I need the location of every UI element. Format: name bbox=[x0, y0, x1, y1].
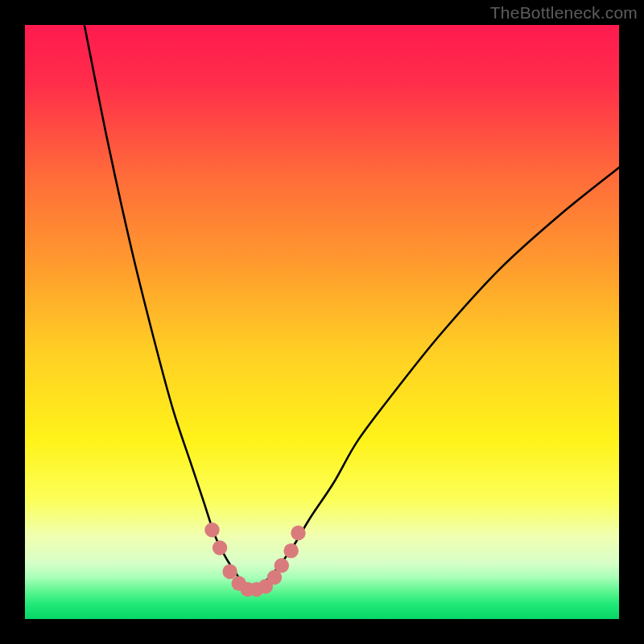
dip-marker bbox=[283, 543, 298, 558]
dip-marker bbox=[213, 540, 227, 555]
dip-marker-group bbox=[204, 522, 305, 597]
bottleneck-curve bbox=[85, 25, 619, 589]
curve-layer bbox=[25, 25, 619, 619]
dip-marker bbox=[204, 522, 219, 537]
dip-marker bbox=[275, 558, 289, 572]
watermark-text: TheBottleneck.com bbox=[490, 3, 638, 23]
dip-marker bbox=[222, 564, 237, 579]
chart-frame bbox=[25, 25, 619, 619]
dip-marker bbox=[291, 526, 305, 540]
